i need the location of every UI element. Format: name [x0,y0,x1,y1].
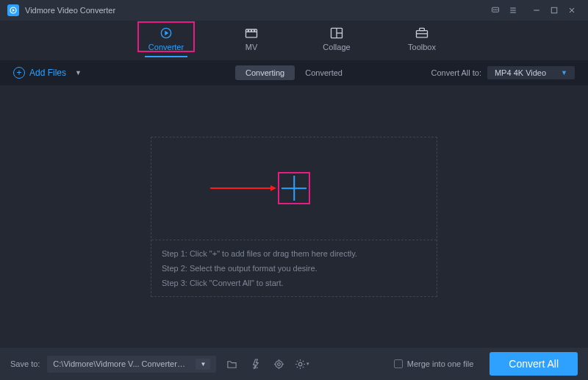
svg-marker-1 [12,9,15,12]
save-to-label: Save to: [10,359,40,368]
chevron-down-icon: ▼ [196,359,210,370]
svg-rect-24 [420,28,425,30]
step-text: Step 2: Select the output format you des… [162,264,426,273]
main-tabs: Converter MV Collage Toolbox [0,21,588,60]
tab-label: Converter [148,43,184,51]
step-text: Step 3: Click "Convert All" to start. [162,279,426,287]
hardware-accel-button[interactable]: OFF [247,356,263,372]
chevron-down-icon: ▾ [306,361,309,367]
maximize-button[interactable] [545,3,563,18]
svg-rect-10 [551,7,557,13]
feedback-icon[interactable] [487,3,504,18]
tab-toolbox[interactable]: Toolbox [396,24,448,60]
drop-zone[interactable]: Step 1: Click "+" to add files or drag t… [151,137,437,297]
save-path-select[interactable]: C:\Vidmore\Vidmore V... Converter\Conver… [47,356,216,373]
converter-icon [158,26,174,40]
add-files-big-button[interactable] [278,172,310,204]
merge-label: Merge into one file [407,359,474,368]
instructions: Step 1: Click "+" to add files or drag t… [151,240,437,296]
svg-point-4 [495,10,496,10]
minimize-button[interactable] [528,3,545,18]
footer: Save to: C:\Vidmore\Vidmore V... Convert… [0,348,588,380]
svg-point-34 [299,362,303,366]
close-button[interactable] [563,3,581,18]
merge-checkbox[interactable]: Merge into one file [394,359,474,368]
convert-all-to-label: Convert All to: [431,68,481,77]
add-files-button[interactable]: + Add Files ▼ [13,67,82,79]
open-folder-button[interactable] [223,356,240,372]
toolbox-icon [414,26,430,40]
add-files-label: Add Files [29,68,66,78]
menu-icon[interactable] [504,3,522,18]
tab-converted[interactable]: Converted [295,65,353,80]
svg-point-3 [493,10,494,10]
format-value: MP4 4K Video [495,68,546,77]
svg-point-5 [497,10,498,10]
toolbar: + Add Files ▼ Converting Converted Conve… [0,60,588,85]
save-path-value: C:\Vidmore\Vidmore V... Converter\Conver… [53,359,185,368]
plus-circle-icon: + [13,67,25,79]
app-window: Vidmore Video Converter Converter [0,0,588,380]
plus-icon [282,176,306,201]
output-format-select[interactable]: MP4 4K Video ▼ [487,66,575,79]
title-bar: Vidmore Video Converter [0,0,588,21]
mv-icon [243,26,259,40]
svg-marker-14 [165,31,168,36]
status-tabs: Converting Converted [235,65,353,80]
chevron-down-icon: ▼ [75,69,82,76]
collage-icon [329,26,345,40]
annotation-arrow [210,185,276,191]
step-text: Step 1: Click "+" to add files or drag t… [162,249,426,258]
svg-text:OFF: OFF [253,367,259,370]
app-logo-icon [7,4,19,16]
tab-converter[interactable]: Converter [140,24,192,60]
svg-point-17 [248,30,248,31]
convert-all-to: Convert All to: MP4 4K Video ▼ [431,66,575,79]
high-speed-button[interactable] [270,356,287,372]
chevron-down-icon: ▼ [561,69,567,76]
convert-all-button[interactable]: Convert All [490,352,578,376]
svg-point-19 [254,30,255,31]
svg-point-18 [251,30,251,31]
workspace: Step 1: Click "+" to add files or drag t… [0,85,588,348]
svg-point-29 [277,362,280,365]
svg-point-28 [276,360,282,367]
drop-top [151,137,437,240]
tab-mv[interactable]: MV [226,24,277,60]
app-title: Vidmore Video Converter [25,6,115,15]
checkbox-icon [394,359,403,368]
tab-label: Toolbox [408,43,436,51]
tab-label: Collage [323,43,350,51]
tab-converting[interactable]: Converting [235,65,295,80]
settings-button[interactable]: ▾ [294,356,310,372]
tab-label: MV [245,43,258,51]
tab-collage[interactable]: Collage [311,24,362,60]
